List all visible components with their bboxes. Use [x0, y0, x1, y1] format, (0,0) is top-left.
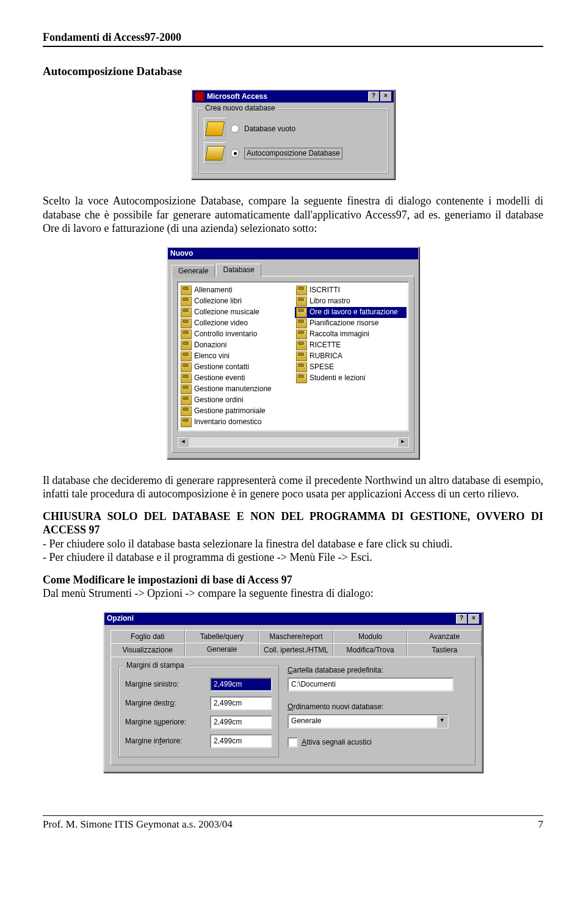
tab-generale[interactable]: Generale	[172, 265, 215, 278]
radio-wizard[interactable]	[231, 149, 239, 157]
radio-row-wizard[interactable]: Autocomposizione Database	[204, 142, 382, 164]
help-button[interactable]: ?	[456, 614, 467, 624]
list-item[interactable]: RICETTE	[295, 340, 407, 351]
titlebar-text: Microsoft Access	[207, 92, 267, 101]
list-item[interactable]: Ore di lavoro e fatturazione	[295, 307, 407, 318]
paragraph-chiusura: CHIUSURA SOLO DEL DATABASE E NON DEL PRO…	[43, 510, 543, 565]
input-margin-bottom[interactable]: 2,499cm	[210, 734, 272, 748]
groupbox-legend: Crea nuovo database	[203, 104, 278, 113]
list-item-label: Gestione eventi	[194, 374, 245, 383]
input-margin-left[interactable]: 2,499cm	[210, 677, 272, 691]
template-icon	[181, 395, 192, 405]
list-item[interactable]: Gestione manutenzione	[179, 384, 291, 395]
running-header: Fondamenti di Access97-2000	[43, 31, 543, 47]
tab-tastiera[interactable]: Tastiera	[407, 643, 482, 657]
combo-sort-order[interactable]: Generale ▼	[288, 714, 449, 729]
label-margin-top: Margine superiore:	[125, 718, 186, 727]
tab-coll-ipertest-html[interactable]: Coll. ipertest./HTML	[259, 643, 333, 657]
label-margin-right: Margine destro:	[125, 699, 176, 708]
list-item-label: Gestione manutenzione	[194, 384, 272, 394]
template-icon	[181, 308, 192, 317]
tab-avanzate[interactable]: Avanzate	[407, 630, 482, 643]
template-icon	[181, 384, 192, 394]
subhead-text: Dal menù Strumenti -> Opzioni -> compare…	[43, 587, 374, 599]
list-item[interactable]: Allenamenti	[179, 285, 291, 296]
list-item[interactable]: Gestione patrimoniale	[179, 406, 291, 417]
list-item[interactable]: Studenti e lezioni	[295, 373, 407, 384]
scroll-left-button[interactable]: ◄	[178, 437, 189, 447]
template-icon	[181, 286, 192, 295]
app-icon	[195, 92, 204, 101]
list-item[interactable]: Gestione contatti	[179, 362, 291, 373]
tab-generale[interactable]: Generale	[185, 643, 259, 656]
tab-visualizzazione[interactable]: Visualizzazione	[110, 643, 185, 657]
list-item[interactable]: Collezione video	[179, 318, 291, 329]
wizard-db-icon	[204, 142, 226, 164]
close-button[interactable]: ×	[468, 614, 479, 624]
list-item-label: Collezione video	[194, 319, 248, 328]
list-item[interactable]: Collezione musicale	[179, 307, 291, 318]
list-item[interactable]: Donazioni	[179, 340, 291, 351]
file-list[interactable]: AllenamentiCollezione libriCollezione mu…	[177, 281, 409, 431]
group-margins: Margini di stampa Margine sinistro: 2,49…	[118, 666, 279, 757]
scroll-right-button[interactable]: ►	[397, 437, 408, 447]
template-icon	[181, 297, 192, 306]
checkbox-sounds[interactable]	[288, 737, 298, 748]
list-item[interactable]: Gestione ordini	[179, 395, 291, 406]
titlebar: Opzioni ? ×	[104, 613, 482, 625]
group-legend: Margini di stampa	[124, 661, 187, 670]
template-icon	[296, 374, 307, 383]
section-title: Autocomposizione Database	[43, 64, 543, 79]
list-item-label: Collezione musicale	[194, 308, 259, 317]
list-item[interactable]: Pianificazione risorse	[295, 318, 407, 329]
tab-foglio-dati[interactable]: Foglio dati	[110, 630, 185, 643]
template-icon	[296, 319, 307, 328]
tab-tabelle-query[interactable]: Tabelle/query	[185, 630, 259, 643]
list-item[interactable]: ISCRITTI	[295, 285, 407, 296]
template-icon	[181, 319, 192, 328]
list-item[interactable]: Gestione eventi	[179, 373, 291, 384]
chevron-down-icon[interactable]: ▼	[436, 715, 447, 727]
list-item-label: Libro mastro	[309, 297, 350, 306]
list-item[interactable]: Elenco vini	[179, 351, 291, 362]
input-margin-right[interactable]: 2,499cm	[210, 696, 272, 710]
close-button[interactable]: ×	[380, 92, 391, 101]
list-item-label: Gestione contatti	[194, 363, 249, 372]
list-item[interactable]: Raccolta immagini	[295, 329, 407, 340]
list-item[interactable]: RUBRICA	[295, 351, 407, 362]
template-icon	[181, 341, 192, 350]
page-footer: Prof. M. Simone ITIS Geymonat a.s. 2003/…	[43, 815, 543, 831]
input-default-folder[interactable]: C:\Documenti	[288, 677, 454, 691]
list-item-label: Pianificazione risorse	[309, 319, 378, 328]
list-item-label: Gestione ordini	[194, 395, 244, 405]
scrollbar-horizontal[interactable]: ◄ ►	[177, 436, 409, 447]
template-icon	[296, 352, 307, 361]
titlebar-text: Opzioni	[107, 614, 134, 623]
list-item[interactable]: Inventario domestico	[179, 417, 291, 428]
list-item-label: Studenti e lezioni	[309, 374, 365, 383]
list-item-label: SPESE	[309, 363, 334, 372]
radio-label-selected: Autocomposizione Database	[244, 148, 342, 159]
list-item[interactable]: Libro mastro	[295, 296, 407, 307]
label-sort-order: Ordinamento nuovi database:	[288, 702, 468, 712]
blank-db-icon	[204, 118, 226, 140]
radio-blank[interactable]	[231, 125, 239, 133]
list-item-label: Controllo inventario	[194, 330, 257, 339]
caps-heading: CHIUSURA SOLO DEL DATABASE E NON DEL PRO…	[43, 510, 543, 536]
list-item[interactable]: Controllo inventario	[179, 329, 291, 340]
radio-row-blank[interactable]: Database vuoto	[204, 118, 382, 140]
checkbox-row-sounds[interactable]: Attiva segnali acustici	[288, 737, 468, 748]
tab-maschere-report[interactable]: Maschere/report	[259, 630, 333, 643]
help-button[interactable]: ?	[368, 92, 379, 101]
paragraph: Il database che decideremo di generare r…	[43, 474, 543, 501]
input-margin-top[interactable]: 2,499cm	[210, 715, 272, 729]
template-icon	[181, 330, 192, 339]
list-item-label: Elenco vini	[194, 352, 230, 361]
template-icon	[181, 363, 192, 372]
list-item[interactable]: Collezione libri	[179, 296, 291, 307]
tab-database[interactable]: Database	[216, 264, 261, 276]
tab-modifica-trova[interactable]: Modifica/Trova	[333, 643, 408, 657]
tab-modulo[interactable]: Modulo	[333, 630, 408, 643]
dialog-new-database: Microsoft Access ? × Crea nuovo database…	[191, 89, 395, 179]
list-item[interactable]: SPESE	[295, 362, 407, 373]
